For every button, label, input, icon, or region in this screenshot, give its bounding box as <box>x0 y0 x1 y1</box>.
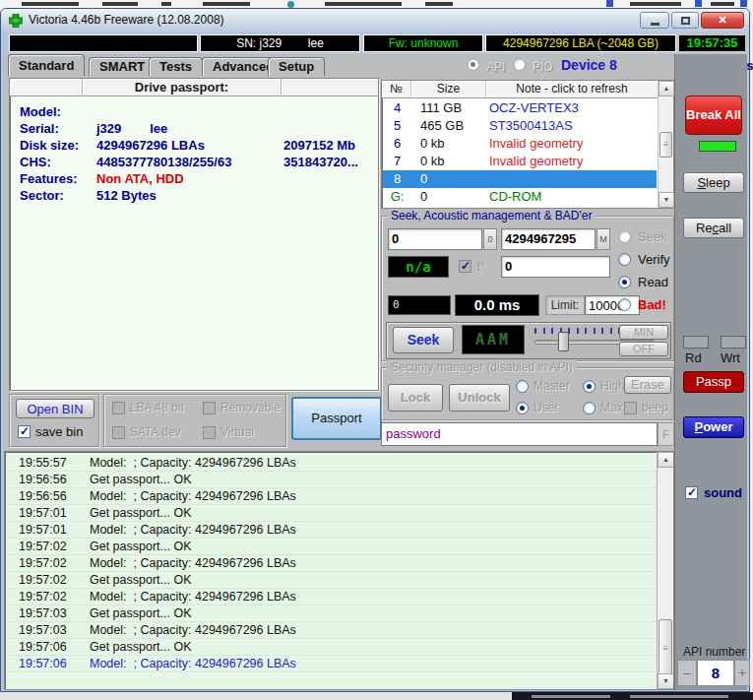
sound-option[interactable]: sound <box>685 485 742 500</box>
lba48-label: LBA 48 bit <box>130 401 184 414</box>
passport-row: Serial:j329 lee <box>10 121 378 138</box>
log-line: 19:57:03Get passport... OK <box>5 605 673 622</box>
end-lba-input[interactable]: 4294967295 <box>501 228 596 250</box>
log-scroll-down-icon[interactable]: ▼ <box>658 673 674 689</box>
sata-dev-checkbox <box>112 426 125 439</box>
background-icon <box>740 0 747 7</box>
tab-setup[interactable]: Setup <box>268 57 325 76</box>
seek-button[interactable]: Seek <box>393 327 454 353</box>
status-led <box>699 141 736 152</box>
scroll-down-icon[interactable]: ▼ <box>659 192 674 208</box>
sleep-button[interactable]: Sleep <box>683 172 744 193</box>
background-fragment <box>161 2 171 6</box>
mode-bad-radio[interactable]: Bad! <box>618 297 666 312</box>
api-number-decrement-button[interactable]: – <box>677 660 697 686</box>
user-radio-circle <box>516 402 529 414</box>
mode-verify-circle[interactable] <box>618 253 631 266</box>
tab-tests[interactable]: Tests <box>149 57 203 76</box>
mode-verify-radio[interactable]: Verify <box>618 252 670 267</box>
drive-list-scrollbar[interactable]: ▲ ≡ ▼ <box>658 81 673 208</box>
temperature-lcd: n/a <box>388 256 449 278</box>
log-scroll-thumb[interactable]: ≡ <box>659 619 672 678</box>
power-button[interactable]: Power <box>683 416 744 438</box>
mode-read-radio[interactable]: Read <box>618 275 668 289</box>
log-line: 19:56:56Get passport... OK <box>5 472 673 488</box>
title-bar[interactable]: Victoria 4.46b Freeware (12.08.2008) ✕ <box>1 9 749 32</box>
break-all-button[interactable]: Break All <box>685 95 742 135</box>
background-fragment <box>630 2 681 6</box>
drive-row-5[interactable]: 5465 GBST3500413AS <box>383 117 657 135</box>
drive-number: 7 <box>383 153 411 170</box>
log-line: 19:56:56Model: ; Capacity: 4294967296 LB… <box>5 488 673 505</box>
master-label: Master <box>533 379 570 393</box>
log-scrollbar[interactable]: ▲ ≡ ▼ <box>657 452 673 689</box>
status-model <box>9 34 198 52</box>
api-number-value[interactable]: 8 <box>697 660 734 686</box>
api-radio-circle[interactable] <box>467 58 479 71</box>
f-button[interactable]: F <box>658 422 674 446</box>
open-bin-button[interactable]: Open BIN <box>16 399 94 418</box>
background-fragment <box>22 2 79 6</box>
close-button[interactable]: ✕ <box>701 12 744 29</box>
min-button: MIN <box>619 325 668 340</box>
pio-radio[interactable] <box>513 58 526 74</box>
victoria-window: Victoria 4.46b Freeware (12.08.2008) ✕ S… <box>0 8 750 692</box>
log-line: 19:57:02Model: ; Capacity: 4294967296 LB… <box>5 555 673 572</box>
log-panel: 19:55:57Model: ; Capacity: 4294967296 LB… <box>4 451 674 690</box>
background-window-strip-bottom <box>0 692 753 700</box>
log-line: 19:57:02Model: ; Capacity: 4294967296 LB… <box>5 589 673 605</box>
passport-button[interactable]: Passport <box>291 397 382 440</box>
max-spin-button[interactable]: M <box>596 228 610 250</box>
drive-list-header[interactable]: № Size Note - click to refresh <box>382 81 658 98</box>
passport-header-cell <box>282 79 378 96</box>
col-size[interactable]: Size <box>411 81 486 98</box>
max-label: Max <box>600 401 623 414</box>
drive-row-6[interactable]: 60 kbInvalid geometry <box>383 135 657 153</box>
drive-passport-panel: Drive passport: Model:Serial:j329 leeDis… <box>9 78 379 391</box>
col-number[interactable]: № <box>382 81 411 98</box>
maximize-button[interactable] <box>671 12 699 29</box>
screen: Victoria 4.46b Freeware (12.08.2008) ✕ S… <box>0 0 753 700</box>
drive-row-8[interactable]: 80 <box>383 170 657 188</box>
api-number-increment-button[interactable]: + <box>734 660 750 686</box>
save-bin-checkbox[interactable] <box>18 425 31 438</box>
status-firmware: Fw: unknown <box>363 34 483 52</box>
scroll-thumb[interactable]: ≡ <box>659 132 672 158</box>
removable-option: Removable <box>203 401 281 414</box>
col-note[interactable]: Note - click to refresh <box>486 81 658 98</box>
minimize-button[interactable] <box>640 12 669 29</box>
scroll-up-icon[interactable]: ▲ <box>659 81 674 96</box>
tab-smart[interactable]: SMART <box>89 57 156 76</box>
drive-size: 111 GB <box>420 99 462 117</box>
drive-row-G[interactable]: G:0CD-ROM <box>383 188 657 206</box>
unlock-button: Unlock <box>449 384 510 412</box>
pio-radio-circle[interactable] <box>513 58 526 71</box>
virtual-label: Virtual <box>220 425 254 439</box>
passp-button[interactable]: Passp <box>683 371 744 393</box>
drive-row-4[interactable]: 4111 GBOCZ-VERTEX3 <box>383 99 657 117</box>
aam-slider-thumb[interactable] <box>558 332 569 351</box>
tab-standard[interactable]: Standard <box>8 54 85 76</box>
start-spin-button[interactable]: 0 <box>483 228 497 250</box>
count-input[interactable]: 0 <box>501 256 610 278</box>
log-scroll-up-icon[interactable]: ▲ <box>658 452 674 468</box>
background-fragment <box>512 692 753 700</box>
passport-header-title: Drive passport: <box>83 79 282 96</box>
api-radio[interactable] <box>467 58 479 74</box>
temp-label: t° <box>477 260 485 274</box>
passport-value: Non ATA, HDD <box>96 171 184 186</box>
slider-tick <box>534 328 536 334</box>
mode-bad-circle[interactable] <box>618 298 631 311</box>
sound-checkbox[interactable] <box>685 486 698 499</box>
user-label: User <box>533 401 558 414</box>
mode-read-circle[interactable] <box>618 276 631 288</box>
drive-row-7[interactable]: 70 kbInvalid geometry <box>383 153 657 170</box>
start-lba-input[interactable]: 0 <box>388 228 482 250</box>
save-bin-option[interactable]: save bin <box>18 424 83 439</box>
password-input[interactable]: password <box>381 422 658 446</box>
user-radio: User <box>516 401 558 414</box>
log-message: Model: ; Capacity: 4294967296 LBAs <box>90 656 296 672</box>
recall-button[interactable]: Recall <box>683 218 744 238</box>
removable-label: Removable <box>220 401 281 414</box>
slider-tick <box>601 328 603 334</box>
